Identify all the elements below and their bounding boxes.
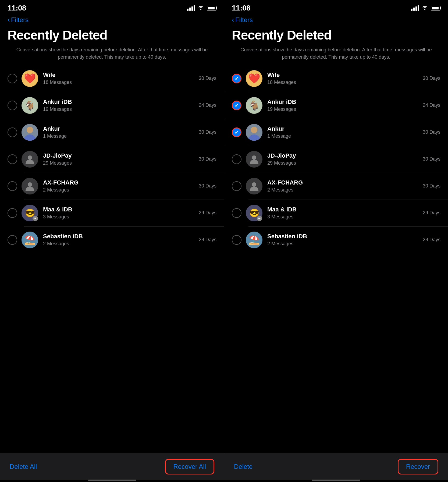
home-indicator [312, 480, 360, 481]
days-badge: 30 Days [423, 129, 440, 135]
checkmark-icon: ✓ [234, 75, 239, 82]
avatar: ❤️ [22, 70, 38, 87]
back-button[interactable]: ‹ Filters [8, 16, 29, 24]
conv-info: AX-FCHARG 2 Messages [43, 179, 199, 193]
conversation-list: ✓❤️ Wife 18 Messages 30 Days ✓🐐 Ankur iD… [224, 65, 448, 453]
signal-icon [411, 5, 419, 11]
list-item[interactable]: ⛱️ Sebastien iDB 2 Messages 28 Days [0, 226, 224, 253]
avatar: 😎 IA [246, 205, 262, 221]
select-circle[interactable]: ✓ [232, 74, 241, 83]
days-badge: 30 Days [199, 76, 216, 81]
conv-name: Sebastien iDB [43, 233, 199, 240]
wifi-icon [422, 5, 428, 12]
conv-name: Ankur iDB [43, 98, 199, 105]
conv-info: Ankur iDB 19 Messages [43, 98, 199, 112]
select-circle[interactable] [8, 101, 17, 110]
list-item[interactable]: JD-JioPay 29 Messages 30 Days [0, 146, 224, 173]
conv-sub: 2 Messages [43, 241, 199, 247]
list-item[interactable]: 🐐 Ankur iDB 19 Messages 24 Days [0, 92, 224, 119]
conv-name: Ankur [267, 125, 423, 132]
panel-left: 11:08 ‹ [0, 0, 224, 482]
days-badge: 30 Days [423, 183, 440, 189]
avatar: ⛱️ [246, 232, 262, 248]
select-circle[interactable] [232, 235, 241, 245]
conv-info: Ankur iDB 19 Messages [267, 98, 423, 112]
select-circle[interactable] [8, 235, 17, 245]
conv-info: Wife 18 Messages [267, 72, 423, 85]
days-badge: 24 Days [423, 102, 440, 108]
select-circle[interactable] [8, 127, 17, 137]
delete-button[interactable]: Delete All [10, 463, 37, 470]
status-bar: 11:08 [224, 0, 448, 15]
status-time: 11:08 [8, 4, 26, 12]
conv-sub: 3 Messages [267, 214, 423, 220]
status-icons [187, 5, 216, 12]
days-badge: 30 Days [423, 76, 440, 81]
days-badge: 28 Days [423, 237, 440, 243]
svg-point-7 [252, 182, 256, 187]
select-circle[interactable]: ✓ [232, 101, 241, 110]
select-circle[interactable] [232, 208, 241, 218]
conv-name: Sebastien iDB [267, 233, 423, 240]
select-circle[interactable] [8, 208, 17, 218]
back-chevron-icon: ‹ [8, 16, 10, 24]
conv-sub: 18 Messages [43, 80, 199, 85]
avatar: 🐐 [22, 97, 38, 114]
conv-sub: 2 Messages [267, 187, 423, 193]
days-badge: 30 Days [199, 183, 216, 189]
list-item[interactable]: JD-JioPay 29 Messages 30 Days [224, 146, 448, 173]
back-button[interactable]: ‹ Filters [232, 16, 253, 24]
wifi-icon [198, 5, 204, 12]
svg-point-3 [28, 182, 32, 187]
back-label: Filters [235, 16, 253, 24]
conv-name: Maa & iDB [43, 206, 199, 213]
conv-sub: 29 Messages [43, 160, 199, 166]
avatar: ⛱️ [22, 232, 38, 248]
home-bar [0, 480, 224, 482]
list-item[interactable]: AX-FCHARG 2 Messages 30 Days [0, 173, 224, 200]
bottom-bar: Delete Recover [224, 453, 448, 480]
conv-sub: 2 Messages [267, 241, 423, 247]
list-item[interactable]: 😎 IA Maa & iDB 3 Messages 29 Days [224, 200, 448, 226]
list-item[interactable]: ✓❤️ Wife 18 Messages 30 Days [224, 65, 448, 92]
list-item[interactable]: Ankur 1 Message 30 Days [0, 119, 224, 146]
recover-button[interactable]: Recover [398, 459, 438, 474]
recover-button[interactable]: Recover All [165, 459, 214, 474]
conv-info: Sebastien iDB 2 Messages [43, 233, 199, 247]
list-item[interactable]: ✓ Ankur 1 Message 30 Days [224, 119, 448, 146]
select-circle[interactable] [232, 181, 241, 191]
conv-sub: 2 Messages [43, 187, 199, 193]
select-circle[interactable]: ✓ [232, 127, 241, 137]
conv-sub: 19 Messages [267, 107, 423, 112]
list-item[interactable]: ❤️ Wife 18 Messages 30 Days [0, 65, 224, 92]
conv-info: Ankur 1 Message [43, 125, 199, 139]
conv-sub: 18 Messages [267, 80, 423, 85]
conv-info: AX-FCHARG 2 Messages [267, 179, 423, 193]
checkmark-icon: ✓ [234, 102, 239, 109]
days-badge: 29 Days [199, 210, 216, 216]
conversation-list: ❤️ Wife 18 Messages 30 Days 🐐 Ankur iDB … [0, 65, 224, 453]
list-item[interactable]: ⛱️ Sebastien iDB 2 Messages 28 Days [224, 226, 448, 253]
page-title: Recently Deleted [224, 26, 448, 45]
conv-name: Maa & iDB [267, 206, 423, 213]
list-item[interactable]: ✓🐐 Ankur iDB 19 Messages 24 Days [224, 92, 448, 119]
page-description: Conversations show the days remaining be… [224, 45, 448, 65]
avatar: ❤️ [246, 70, 262, 87]
list-item[interactable]: AX-FCHARG 2 Messages 30 Days [224, 173, 448, 200]
list-item[interactable]: 😎 IA Maa & iDB 3 Messages 29 Days [0, 200, 224, 226]
conv-name: JD-JioPay [43, 152, 199, 159]
battery-icon [431, 6, 440, 10]
avatar [22, 124, 38, 141]
conv-info: JD-JioPay 29 Messages [267, 152, 423, 166]
select-circle[interactable] [8, 74, 17, 83]
nav-bar: ‹ Filters [0, 15, 224, 26]
select-circle[interactable] [232, 154, 241, 164]
conv-info: Wife 18 Messages [43, 72, 199, 85]
svg-point-5 [251, 127, 257, 133]
select-circle[interactable] [8, 154, 17, 164]
delete-button[interactable]: Delete [234, 463, 253, 470]
conv-sub: 29 Messages [267, 160, 423, 166]
avatar [246, 151, 262, 168]
select-circle[interactable] [8, 181, 17, 191]
panel-right: 11:08 ‹ [224, 0, 448, 482]
